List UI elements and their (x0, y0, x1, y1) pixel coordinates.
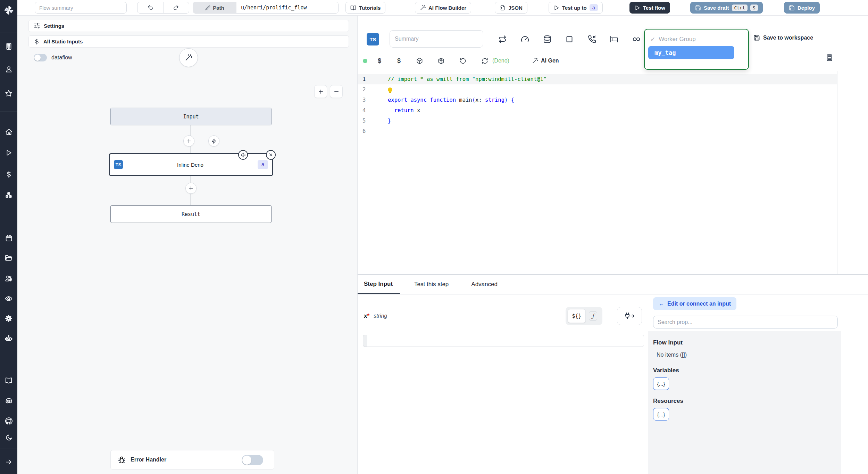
refresh-icon[interactable] (482, 58, 488, 64)
ai-flow-builder-button[interactable]: AI Flow Builder (415, 2, 471, 14)
resources-title: Resources (653, 398, 841, 405)
discord-icon[interactable] (0, 395, 17, 407)
package-icon[interactable] (416, 58, 423, 64)
error-handler-toggle[interactable] (242, 455, 263, 465)
reset-icon[interactable] (460, 58, 466, 64)
worker-tag-option-selected[interactable]: my_tag (648, 46, 734, 59)
path-edit-button[interactable]: Path (193, 2, 236, 13)
tab-advanced[interactable]: Advanced (464, 275, 504, 294)
calendar-icon[interactable] (0, 232, 17, 244)
dataflow-toggle[interactable] (34, 54, 47, 61)
save-draft-button[interactable]: Save draft Ctrl S (690, 2, 763, 14)
all-static-inputs-button[interactable]: All Static Inputs (28, 35, 349, 48)
save-to-workspace-button[interactable]: Save to workspace (753, 34, 813, 41)
resources-object-badge[interactable]: {...} (653, 408, 669, 421)
test-flow-button[interactable]: Test flow (629, 2, 670, 14)
zoom-out-button[interactable] (330, 85, 343, 98)
code-editor-panel: TS ✓ Worker Group my_tag Save to workspa… (358, 16, 868, 274)
status-dot-icon (363, 59, 367, 63)
tutorials-button[interactable]: Tutorials (345, 2, 385, 14)
wand-sparkles-icon (420, 5, 426, 11)
robot-icon[interactable] (0, 333, 17, 344)
fn-mode-button[interactable]: ƒ (589, 311, 597, 321)
book-icon[interactable] (0, 375, 17, 386)
code-editor[interactable]: 1// import * as wmill from "npm:windmill… (358, 71, 837, 274)
variable-dollar-icon[interactable]: $ (378, 57, 381, 65)
flow-input-title: Flow Input (653, 339, 841, 346)
settings-gear-icon[interactable] (0, 313, 17, 324)
step-node-inline-deno[interactable]: TS Inline Deno a (109, 154, 273, 175)
mock-icon[interactable] (632, 35, 641, 43)
save-draft-label: Save draft (704, 5, 729, 11)
move-step-button[interactable] (238, 150, 248, 160)
worker-group-option[interactable]: ✓ Worker Group (645, 34, 748, 45)
test-up-to-button[interactable]: Test up to a (549, 2, 603, 14)
trigger-button[interactable] (208, 135, 219, 147)
redo-button[interactable] (164, 2, 189, 13)
dollar-icon[interactable] (0, 168, 17, 180)
connect-input-button[interactable] (617, 307, 642, 325)
input-node[interactable]: Input (110, 108, 272, 125)
ai-wand-button[interactable] (179, 48, 198, 67)
close-icon (268, 152, 273, 157)
gauge-icon[interactable] (521, 35, 529, 43)
windmill-logo-icon[interactable] (0, 4, 17, 16)
error-handler-card[interactable]: Error Handler (110, 450, 274, 469)
bug-icon (118, 456, 126, 464)
cache-database-icon[interactable] (543, 35, 551, 43)
building-icon[interactable] (0, 40, 17, 52)
flow-summary-input[interactable] (35, 2, 127, 14)
github-icon[interactable] (0, 415, 17, 427)
package-icon[interactable] (438, 58, 444, 64)
arrow-left-icon: ← (659, 301, 664, 307)
plug-arrow-icon (624, 312, 635, 320)
insert-step-button[interactable] (185, 183, 197, 194)
search-prop-input[interactable] (653, 316, 838, 329)
tutorials-label: Tutorials (359, 5, 381, 11)
expr-mode-button[interactable]: ${} (568, 309, 586, 323)
deploy-button[interactable]: Deploy (784, 2, 820, 14)
error-handler-label: Error Handler (131, 457, 166, 463)
arrow-right-icon[interactable] (0, 456, 17, 468)
suspend-phone-icon[interactable] (588, 35, 596, 43)
sidebar-divider (0, 33, 17, 33)
insert-step-button[interactable] (183, 135, 194, 147)
home-icon[interactable] (0, 126, 17, 138)
path-value[interactable]: u/henri/prolific_flow (236, 2, 338, 13)
users-cog-icon[interactable] (0, 273, 17, 284)
resource-dollar-icon[interactable]: $ (397, 57, 401, 65)
eye-icon[interactable] (0, 293, 17, 305)
field-name: x (364, 313, 367, 319)
typescript-badge: TS (114, 160, 123, 169)
typescript-badge: TS (367, 33, 379, 45)
settings-button[interactable]: Settings (28, 20, 349, 32)
summary-input[interactable] (390, 30, 483, 48)
moon-icon[interactable] (0, 432, 17, 443)
sleep-bed-icon[interactable] (610, 35, 618, 43)
variables-title: Variables (653, 367, 841, 374)
edit-or-connect-button[interactable]: ← Edit or connect an input (653, 297, 736, 310)
ai-gen-wand-icon[interactable] (532, 58, 538, 64)
variables-object-badge[interactable]: {...} (653, 377, 669, 390)
boxes-icon[interactable] (0, 190, 17, 201)
folder-open-icon[interactable] (0, 252, 17, 264)
tab-step-input[interactable]: Step Input (358, 275, 400, 294)
early-stop-icon[interactable] (565, 35, 574, 43)
delete-step-button[interactable] (266, 150, 276, 160)
zoom-in-button[interactable] (314, 85, 327, 98)
retry-icon[interactable] (498, 35, 507, 43)
play-icon[interactable] (0, 147, 17, 159)
field-x-input[interactable] (367, 335, 644, 347)
result-node[interactable]: Result (110, 205, 272, 223)
ai-gen-label[interactable]: AI Gen (541, 58, 559, 64)
tab-test-this-step[interactable]: Test this step (407, 275, 456, 294)
worker-group-dropdown: ✓ Worker Group my_tag (644, 29, 749, 70)
ai-flow-builder-label: AI Flow Builder (428, 5, 466, 11)
sidebar-divider (0, 111, 17, 111)
prop-list: Flow Input No items ([]) Variables {...}… (648, 331, 841, 474)
star-icon[interactable] (0, 88, 17, 99)
json-label: JSON (508, 5, 523, 11)
user-icon[interactable] (0, 63, 17, 75)
json-button[interactable]: JSON (495, 2, 527, 14)
undo-button[interactable] (137, 2, 164, 13)
